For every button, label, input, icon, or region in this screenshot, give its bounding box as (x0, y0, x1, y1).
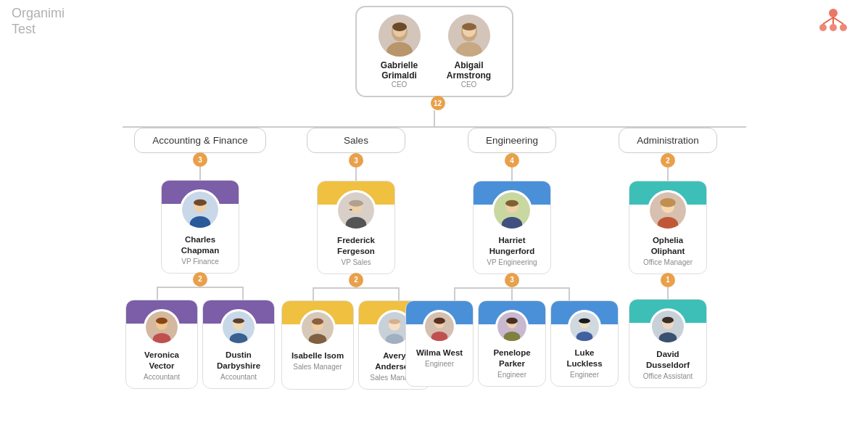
card-harriet[interactable]: Harriet Hungerford VP Engineering (473, 181, 551, 274)
drop-lines-sales (313, 289, 400, 300)
ceo-card-gabrielle[interactable]: Gabrielle Grimaldi CEO (367, 15, 432, 89)
avatar-harriet (492, 190, 532, 231)
name-luke: Luke Luckless (558, 348, 611, 369)
card-ophelia[interactable]: Ophelia Oliphant Office Manager (629, 181, 707, 274)
svg-point-27 (230, 333, 248, 345)
card-isabelle[interactable]: Isabelle Isom Sales Manager (281, 300, 354, 390)
role-wilma: Engineer (425, 360, 454, 368)
dept-label-admin: Administration (619, 128, 717, 153)
svg-point-32 (349, 200, 363, 207)
dept-badge-accounting: 3 (193, 152, 207, 167)
avatar-david (650, 308, 686, 345)
name-frederick: Frederick Fergeson (325, 235, 387, 257)
vp-badge-charles: 2 (193, 272, 207, 287)
svg-point-65 (662, 317, 674, 324)
ceo-card-abigail[interactable]: Abigail Armstrong CEO (437, 15, 502, 89)
svg-point-20 (194, 200, 207, 206)
dept-row: Accounting & Finance 3 (7, 128, 862, 390)
card-frederick[interactable]: Frederick Fergeson VP Sales (317, 181, 395, 274)
ceo-badge-wrap: 12 (7, 96, 862, 110)
card-penelope[interactable]: Penelope Parker Engineer (478, 300, 546, 387)
avatar-gabrielle (379, 15, 421, 57)
role-ophelia: Office Manager (643, 258, 693, 266)
svg-point-23 (153, 333, 171, 345)
avatar-veronica (144, 309, 180, 345)
ceo-name-abigail: Abigail Armstrong (437, 60, 502, 81)
card-david[interactable]: David Dusseldorf Office Assistant (629, 299, 707, 388)
svg-point-45 (505, 200, 518, 207)
avatar-penelope (495, 310, 529, 343)
avatar-charles (180, 189, 220, 230)
role-harriet: VP Engineering (487, 258, 537, 266)
name-ophelia: Ophelia Oliphant (637, 235, 699, 257)
dept-badge-sales: 3 (349, 153, 363, 168)
avatar-isabelle (299, 310, 336, 346)
svg-point-53 (506, 318, 518, 324)
name-david: David Dusseldorf (637, 349, 699, 371)
role-david: Office Assistant (643, 372, 693, 380)
role-charles: VP Finance (181, 258, 219, 266)
avatar-ophelia (648, 190, 688, 231)
svg-point-28 (233, 319, 244, 324)
drop-lines-engineering (454, 289, 570, 300)
name-charles: Charles Chapman (169, 234, 231, 256)
emp-row-accounting: Veronica Vector Accountant (125, 300, 275, 389)
role-penelope: Engineer (497, 371, 526, 379)
card-luke[interactable]: Luke Luckless Engineer (550, 300, 619, 387)
ceo-role-abigail: CEO (461, 81, 477, 89)
dept-label-sales: Sales (307, 128, 405, 153)
svg-point-40 (386, 334, 404, 346)
v-line-ceo (7, 110, 862, 126)
svg-point-61 (660, 198, 675, 208)
svg-point-41 (389, 319, 400, 324)
role-luke: Engineer (570, 371, 599, 379)
dept-col-accounting: Accounting & Finance 3 (123, 128, 278, 390)
dept-badge-admin: 2 (661, 153, 675, 168)
dept-label-accounting: Accounting & Finance (134, 128, 265, 153)
vp-badge-ophelia: 1 (661, 273, 675, 287)
svg-point-49 (434, 318, 445, 324)
avatar-frederick (336, 190, 376, 231)
role-frederick: VP Sales (342, 258, 371, 266)
name-isabelle: Isabelle Isom (292, 350, 344, 361)
role-isabelle: Sales Manager (293, 363, 342, 371)
emp-row-admin: David Dusseldorf Office Assistant (629, 299, 707, 388)
ceo-combined-box: Gabrielle Grimaldi CEO Abigail Armstrong… (355, 6, 513, 97)
role-veronica: Accountant (144, 373, 180, 381)
svg-point-52 (504, 332, 521, 343)
svg-point-16 (462, 23, 476, 30)
role-dustin: Accountant (220, 373, 257, 381)
vp-badge-harriet: 3 (505, 273, 519, 287)
svg-point-48 (431, 332, 448, 343)
svg-point-56 (576, 332, 593, 343)
name-harriet: Harriet Hungerford (481, 235, 543, 257)
emp-row-engineering: Wilma West Engineer (405, 300, 619, 387)
avatar-dustin (220, 309, 257, 345)
svg-point-11 (392, 22, 407, 31)
card-dustin[interactable]: Dustin Darbyshire Accountant (202, 300, 275, 389)
svg-point-24 (156, 318, 168, 324)
name-dustin: Dustin Darbyshire (210, 350, 267, 371)
avatar-abigail (448, 15, 490, 57)
vp-badge-frederick: 2 (349, 273, 363, 287)
card-veronica[interactable]: Veronica Vector Accountant (125, 300, 198, 389)
dept-col-engineering: Engineering 4 Harriet H (434, 128, 590, 390)
drop-lines-accounting (157, 288, 244, 300)
svg-point-37 (312, 319, 323, 325)
ceo-role-gabrielle: CEO (392, 81, 408, 89)
name-penelope: Penelope Parker (486, 348, 538, 369)
svg-point-36 (309, 334, 327, 346)
ceo-row: Gabrielle Grimaldi CEO Abigail Armstrong… (7, 6, 862, 97)
card-charles-chapman[interactable]: Charles Chapman VP Finance (161, 180, 239, 274)
avatar-wilma (423, 310, 456, 343)
name-veronica: Veronica Vector (133, 350, 190, 371)
svg-point-64 (659, 332, 677, 345)
ceo-badge: 12 (431, 96, 445, 110)
ceo-name-gabrielle: Gabrielle Grimaldi (367, 60, 432, 81)
dept-label-engineering: Engineering (468, 128, 556, 153)
card-wilma[interactable]: Wilma West Engineer (405, 300, 474, 387)
svg-point-57 (579, 319, 590, 324)
avatar-luke (568, 310, 601, 343)
dept-badge-engineering: 4 (505, 153, 519, 168)
name-wilma: Wilma West (416, 348, 463, 358)
